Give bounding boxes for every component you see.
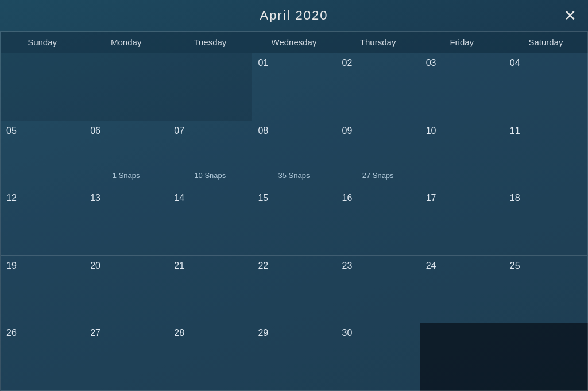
day-number: 17	[426, 193, 436, 203]
day-number: 15	[258, 193, 268, 203]
day-cell[interactable]: 23	[336, 256, 420, 324]
snaps-count: 27 Snaps	[342, 171, 414, 183]
day-number: 01	[258, 58, 268, 68]
day-header-saturday: Saturday	[504, 32, 588, 53]
calendar-header: April 2020 ✕	[0, 0, 588, 31]
day-number: 22	[258, 261, 268, 271]
day-cell[interactable]: 22	[252, 256, 336, 324]
day-number: 26	[6, 328, 17, 338]
day-header-wednesday: Wednesday	[252, 32, 336, 53]
day-cell[interactable]: 03	[420, 53, 504, 121]
day-cell[interactable]: 061 Snaps	[84, 121, 168, 189]
snaps-count: 1 Snaps	[90, 171, 162, 183]
day-cell[interactable]: 27	[84, 323, 168, 391]
day-number: 16	[342, 193, 353, 203]
day-cell	[1, 53, 84, 121]
day-cell[interactable]: 0835 Snaps	[252, 121, 336, 189]
day-cell[interactable]: 21	[168, 256, 252, 324]
day-cell	[420, 323, 504, 391]
day-cell[interactable]: 18	[504, 188, 588, 256]
day-cell[interactable]: 0927 Snaps	[336, 121, 420, 189]
day-number: 03	[426, 58, 436, 68]
snaps-count: 35 Snaps	[258, 171, 330, 183]
day-number: 06	[90, 126, 100, 136]
day-cell[interactable]: 02	[336, 53, 420, 121]
day-cell[interactable]: 17	[420, 188, 504, 256]
day-cell[interactable]: 0710 Snaps	[168, 121, 252, 189]
day-number: 08	[258, 126, 268, 136]
day-cell[interactable]: 24	[420, 256, 504, 324]
day-cell[interactable]: 30	[336, 323, 420, 391]
snaps-count: 10 Snaps	[174, 171, 246, 183]
day-number: 27	[90, 328, 100, 338]
day-number: 09	[342, 126, 353, 136]
day-cell	[84, 53, 168, 121]
calendar-container: April 2020 ✕ SundayMondayTuesdayWednesda…	[0, 0, 588, 391]
day-number: 28	[174, 328, 184, 338]
day-number: 25	[510, 261, 520, 271]
day-cell[interactable]: 10	[420, 121, 504, 189]
day-cell[interactable]: 26	[1, 323, 84, 391]
day-header-thursday: Thursday	[336, 32, 420, 53]
day-number: 19	[6, 261, 17, 271]
day-cell[interactable]: 25	[504, 256, 588, 324]
calendar-grid: SundayMondayTuesdayWednesdayThursdayFrid…	[0, 31, 588, 391]
day-cell	[168, 53, 252, 121]
day-number: 29	[258, 328, 268, 338]
day-cell[interactable]: 19	[1, 256, 84, 324]
day-cell[interactable]: 11	[504, 121, 588, 189]
day-cell[interactable]: 05	[1, 121, 84, 189]
day-cell[interactable]: 16	[336, 188, 420, 256]
day-cell[interactable]: 28	[168, 323, 252, 391]
day-number: 04	[510, 58, 520, 68]
day-cell	[504, 323, 588, 391]
close-button[interactable]: ✕	[564, 8, 577, 23]
day-number: 11	[510, 126, 520, 136]
day-cell[interactable]: 20	[84, 256, 168, 324]
day-number: 30	[342, 328, 353, 338]
day-cell[interactable]: 01	[252, 53, 336, 121]
day-header-sunday: Sunday	[1, 32, 84, 53]
day-cell[interactable]: 29	[252, 323, 336, 391]
day-number: 13	[90, 193, 100, 203]
day-number: 12	[6, 193, 17, 203]
calendar-title: April 2020	[260, 8, 328, 23]
day-header-friday: Friday	[420, 32, 504, 53]
day-number: 20	[90, 261, 100, 271]
day-number: 23	[342, 261, 353, 271]
day-header-monday: Monday	[84, 32, 168, 53]
day-number: 14	[174, 193, 184, 203]
day-number: 21	[174, 261, 184, 271]
day-number: 10	[426, 126, 436, 136]
day-cell[interactable]: 14	[168, 188, 252, 256]
day-header-tuesday: Tuesday	[168, 32, 252, 53]
day-cell[interactable]: 04	[504, 53, 588, 121]
day-number: 02	[342, 58, 353, 68]
day-number: 18	[510, 193, 520, 203]
day-cell[interactable]: 15	[252, 188, 336, 256]
day-cell[interactable]: 12	[1, 188, 84, 256]
day-number: 07	[174, 126, 184, 136]
day-cell[interactable]: 13	[84, 188, 168, 256]
day-number: 05	[6, 126, 17, 136]
day-number: 24	[426, 261, 436, 271]
